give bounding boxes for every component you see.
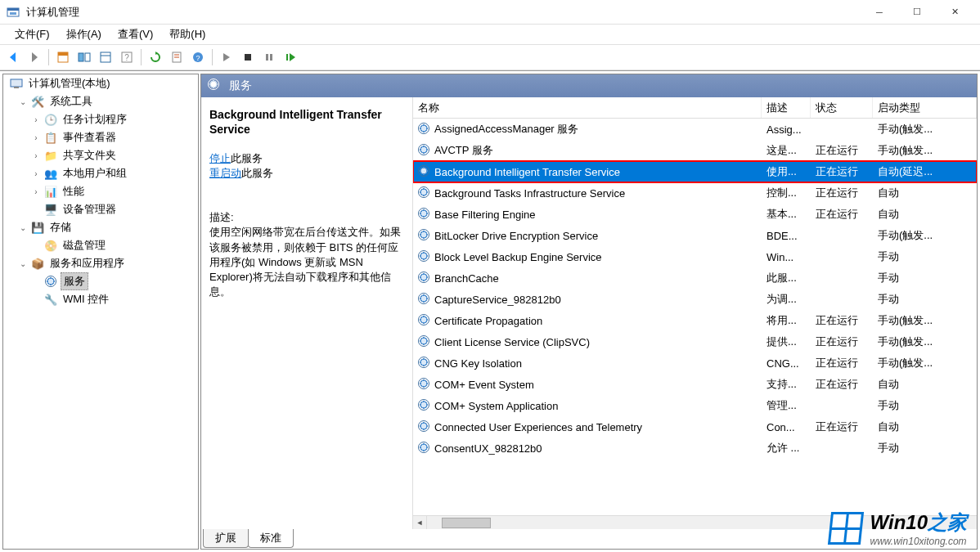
menu-help[interactable]: 帮助(H) [161, 25, 214, 43]
tab-extended[interactable]: 扩展 [203, 529, 249, 548]
service-row[interactable]: AVCTP 服务这是...正在运行手动(触发... [413, 140, 977, 161]
storage-icon: 💾 [31, 221, 44, 234]
service-row[interactable]: Certificate Propagation将用...正在运行手动(触发... [413, 310, 977, 331]
gear-icon [418, 250, 431, 263]
users-icon: 👥 [44, 167, 57, 180]
column-name[interactable]: 名称 [413, 97, 762, 118]
nav-tree[interactable]: 计算机管理(本地) ⌄🛠️系统工具 ›🕒任务计划程序 ›📋事件查看器 ›📁共享文… [2, 74, 199, 550]
service-name: Background Tasks Infrastructure Service [434, 187, 625, 200]
expand-icon[interactable]: › [31, 133, 41, 142]
list-body[interactable]: AssignedAccessManager 服务Assig...手动(触发...… [413, 119, 977, 515]
stop-link[interactable]: 停止 [209, 152, 231, 164]
tree-local-users[interactable]: ›👥本地用户和组 [3, 164, 198, 182]
device-manager-icon: 🖥️ [44, 203, 57, 216]
help-button[interactable]: ? [188, 47, 208, 67]
svg-rect-21 [14, 87, 19, 88]
tree-services[interactable]: 服务 [3, 272, 198, 290]
toolbar-separator [212, 49, 213, 65]
maximize-button[interactable]: ☐ [898, 0, 936, 25]
column-description[interactable]: 描述 [762, 97, 811, 118]
watermark: Win10之家 www.win10xitong.com [829, 509, 967, 547]
computer-icon [10, 77, 23, 90]
service-row[interactable]: BranchCache此服...手动 [413, 267, 977, 289]
menu-action[interactable]: 操作(A) [58, 25, 110, 43]
service-startup: 自动 [873, 186, 977, 200]
service-row[interactable]: COM+ System Application管理...手动 [413, 395, 977, 416]
service-row[interactable]: Connected User Experiences and Telemetry… [413, 416, 977, 438]
minimize-button[interactable]: ─ [861, 0, 898, 25]
tree-performance[interactable]: ›📊性能 [3, 182, 198, 200]
service-desc: 管理... [762, 398, 811, 413]
toolbar-btn-3[interactable] [96, 47, 115, 67]
collapse-icon[interactable]: ⌄ [18, 97, 28, 106]
expand-icon[interactable]: › [31, 115, 41, 124]
services-header-title: 服务 [229, 79, 252, 93]
service-row[interactable]: COM+ Event System支持...正在运行自动 [413, 374, 977, 395]
expand-icon[interactable]: › [31, 151, 41, 160]
service-row[interactable]: Client License Service (ClipSVC)提供...正在运… [413, 331, 977, 352]
stop-button[interactable] [238, 47, 258, 67]
column-status[interactable]: 状态 [811, 97, 873, 118]
service-startup: 自动 [873, 207, 977, 222]
collapse-icon[interactable]: ⌄ [18, 259, 28, 268]
collapse-icon[interactable]: ⌄ [18, 223, 28, 232]
gear-icon [418, 186, 431, 200]
tree-task-scheduler[interactable]: ›🕒任务计划程序 [3, 110, 198, 128]
service-startup: 手动(触发... [873, 143, 977, 158]
play-button[interactable] [217, 47, 236, 67]
toolbar-btn-1[interactable] [53, 47, 73, 67]
tree-system-tools[interactable]: ⌄🛠️系统工具 [3, 92, 198, 110]
service-desc: Assig... [762, 123, 811, 136]
tree-event-viewer[interactable]: ›📋事件查看器 [3, 128, 198, 146]
expand-icon[interactable]: › [31, 187, 41, 196]
refresh-button[interactable] [146, 47, 165, 67]
service-row[interactable]: Background Intelligent Transfer Service使… [413, 161, 977, 182]
service-desc: 此服... [762, 271, 811, 285]
menu-bar: 文件(F) 操作(A) 查看(V) 帮助(H) [0, 25, 980, 44]
export-button[interactable] [167, 47, 187, 67]
service-row[interactable]: CaptureService_982812b0为调...手动 [413, 289, 977, 310]
tree-shared-folders[interactable]: ›📁共享文件夹 [3, 146, 198, 164]
gear-icon [418, 314, 431, 327]
tree-wmi[interactable]: 🔧WMI 控件 [3, 290, 198, 308]
toolbar-btn-4[interactable]: ? [117, 47, 137, 67]
service-row[interactable]: AssignedAccessManager 服务Assig...手动(触发... [413, 119, 977, 140]
menu-file[interactable]: 文件(F) [7, 25, 58, 43]
toolbar-separator [141, 49, 142, 65]
restart-button[interactable] [281, 47, 300, 67]
back-button[interactable] [3, 47, 23, 67]
svg-rect-1 [7, 8, 19, 11]
pause-button[interactable] [259, 47, 279, 67]
service-name: CaptureService_982812b0 [434, 294, 561, 306]
svg-rect-2 [10, 12, 16, 15]
service-row[interactable]: CNG Key IsolationCNG...正在运行手动(触发... [413, 352, 977, 374]
service-row[interactable]: Background Tasks Infrastructure Service控… [413, 182, 977, 204]
tree-device-manager[interactable]: 🖥️设备管理器 [3, 200, 198, 218]
service-desc: 支持... [762, 377, 811, 392]
scroll-thumb[interactable] [442, 518, 491, 528]
service-row[interactable]: Block Level Backup Engine ServiceWin...手… [413, 246, 977, 267]
menu-view[interactable]: 查看(V) [110, 25, 161, 43]
tab-standard[interactable]: 标准 [248, 529, 294, 548]
service-status: 正在运行 [811, 143, 873, 158]
gear-icon [418, 272, 431, 285]
service-row[interactable]: BitLocker Drive Encryption ServiceBDE...… [413, 225, 977, 246]
column-startup-type[interactable]: 启动类型 [873, 97, 977, 118]
gear-icon [418, 442, 431, 455]
tree-services-apps[interactable]: ⌄📦服务和应用程序 [3, 254, 198, 272]
expand-icon[interactable]: › [31, 169, 41, 178]
gear-icon [418, 293, 431, 306]
restart-link[interactable]: 重启动 [209, 167, 241, 179]
description-label: 描述: [209, 210, 406, 225]
close-button[interactable]: ✕ [936, 0, 973, 25]
tree-storage[interactable]: ⌄💾存储 [3, 218, 198, 236]
service-row[interactable]: ConsentUX_982812b0允许 ...手动 [413, 438, 977, 459]
service-row[interactable]: Base Filtering Engine基本...正在运行自动 [413, 204, 977, 225]
event-viewer-icon: 📋 [44, 131, 57, 144]
scroll-left-arrow[interactable]: ◄ [413, 516, 427, 530]
tree-disk-mgmt[interactable]: 📀磁盘管理 [3, 236, 198, 254]
toolbar-btn-2[interactable] [74, 47, 94, 67]
tree-root[interactable]: 计算机管理(本地) [3, 74, 198, 92]
forward-button[interactable] [25, 47, 44, 67]
service-status: 正在运行 [811, 420, 873, 434]
